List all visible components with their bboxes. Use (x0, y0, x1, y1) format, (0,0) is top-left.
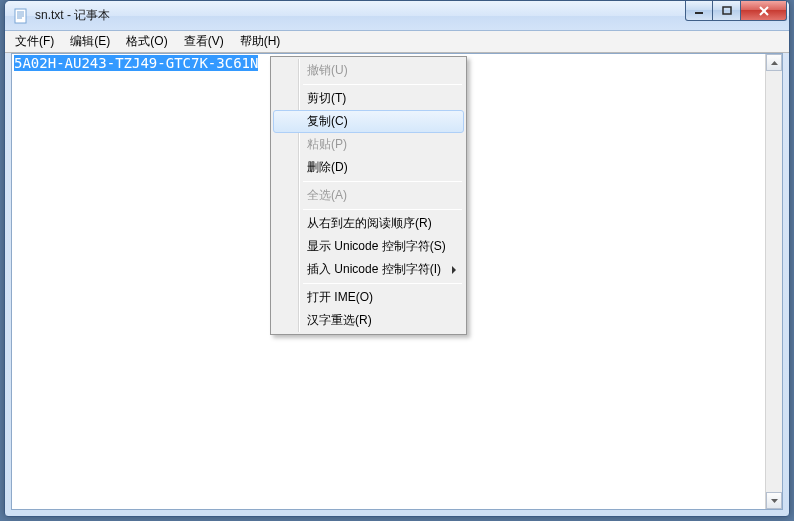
ctx-open-ime[interactable]: 打开 IME(O) (273, 286, 464, 309)
ctx-separator (303, 181, 462, 182)
maximize-icon (722, 6, 732, 16)
ctx-cut[interactable]: 剪切(T) (273, 87, 464, 110)
ctx-paste[interactable]: 粘贴(P) (273, 133, 464, 156)
context-menu: 撤销(U) 剪切(T) 复制(C) 粘贴(P) 删除(D) 全选(A) 从右到左… (270, 56, 467, 335)
svg-marker-10 (771, 499, 778, 503)
vertical-scrollbar[interactable] (765, 54, 782, 509)
menu-format[interactable]: 格式(O) (118, 31, 175, 52)
close-icon (758, 6, 770, 16)
app-icon (13, 8, 29, 24)
selected-text: 5A02H-AU243-TZJ49-GTC7K-3C61N (14, 55, 258, 71)
ctx-show-unicode[interactable]: 显示 Unicode 控制字符(S) (273, 235, 464, 258)
ctx-insert-unicode-label: 插入 Unicode 控制字符(I) (307, 261, 441, 278)
ctx-rtl-reading[interactable]: 从右到左的阅读顺序(R) (273, 212, 464, 235)
menu-help[interactable]: 帮助(H) (232, 31, 289, 52)
window-controls (685, 1, 787, 30)
svg-rect-5 (695, 12, 703, 14)
minimize-icon (694, 6, 704, 16)
ctx-insert-unicode[interactable]: 插入 Unicode 控制字符(I) (273, 258, 464, 281)
maximize-button[interactable] (713, 1, 741, 21)
ctx-separator (303, 209, 462, 210)
ctx-separator (303, 283, 462, 284)
svg-marker-9 (771, 61, 778, 65)
chevron-up-icon (771, 61, 778, 65)
ctx-select-all[interactable]: 全选(A) (273, 184, 464, 207)
titlebar[interactable]: sn.txt - 记事本 (5, 1, 789, 31)
ctx-undo[interactable]: 撤销(U) (273, 59, 464, 82)
submenu-arrow-icon (452, 266, 456, 274)
scroll-track[interactable] (766, 71, 782, 492)
scroll-up-button[interactable] (766, 54, 782, 71)
menubar: 文件(F) 编辑(E) 格式(O) 查看(V) 帮助(H) (5, 31, 789, 53)
close-button[interactable] (741, 1, 787, 21)
ctx-separator (303, 84, 462, 85)
ctx-delete[interactable]: 删除(D) (273, 156, 464, 179)
ctx-copy[interactable]: 复制(C) (273, 110, 464, 133)
menu-view[interactable]: 查看(V) (176, 31, 232, 52)
menu-file[interactable]: 文件(F) (7, 31, 62, 52)
scroll-down-button[interactable] (766, 492, 782, 509)
menu-edit[interactable]: 编辑(E) (62, 31, 118, 52)
minimize-button[interactable] (685, 1, 713, 21)
ctx-reconversion[interactable]: 汉字重选(R) (273, 309, 464, 332)
chevron-down-icon (771, 499, 778, 503)
window-title: sn.txt - 记事本 (35, 7, 685, 24)
svg-rect-6 (723, 7, 731, 14)
